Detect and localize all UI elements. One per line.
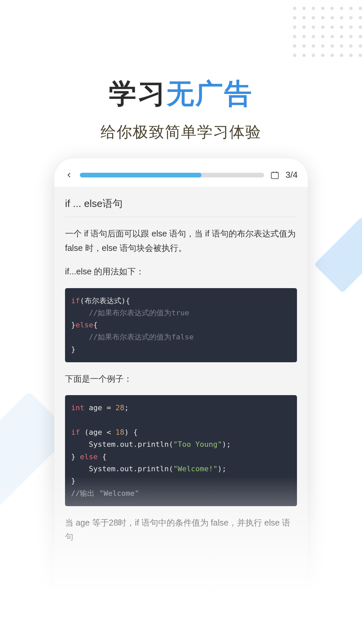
arrow-right-icon bbox=[279, 623, 290, 634]
phone-mockup: 3/4 if ... else语句 一个 if 语句后面可以跟 else 语句，… bbox=[54, 158, 308, 644]
progress-fill bbox=[80, 173, 201, 177]
lesson-progress[interactable] bbox=[80, 173, 264, 177]
calendar-icon[interactable] bbox=[270, 170, 280, 180]
next-button[interactable] bbox=[274, 618, 295, 639]
lesson-title: if ... else语句 bbox=[65, 197, 297, 217]
svg-point-4 bbox=[73, 627, 74, 628]
paragraph-4: 当 age 等于28时，if 语句中的条件值为 false，并执行 else 语… bbox=[65, 516, 297, 544]
hero-title-left: 学习 bbox=[109, 78, 167, 109]
lesson-content: if ... else语句 一个 if 语句后面可以跟 else 语句，当 if… bbox=[54, 187, 308, 544]
svg-point-5 bbox=[75, 627, 77, 628]
paragraph-1: 一个 if 语句后面可以跟 else 语句，当 if 语句的布尔表达式值为 fa… bbox=[65, 226, 297, 255]
hero-section: 学习无广告 给你极致简单学习体验 bbox=[0, 75, 362, 143]
chat-button[interactable] bbox=[67, 621, 82, 636]
page-counter: 3/4 bbox=[286, 170, 298, 180]
hero-title-right: 无广告 bbox=[167, 78, 253, 109]
app-footer bbox=[54, 613, 308, 644]
chevron-left-icon bbox=[65, 171, 73, 179]
code-block-2: int age = 28; if (age < 18) { System.out… bbox=[65, 395, 297, 506]
paragraph-3: 下面是一个例子： bbox=[65, 372, 297, 386]
back-button[interactable] bbox=[64, 170, 74, 180]
decorative-dot-grid bbox=[293, 7, 362, 57]
hero-title: 学习无广告 bbox=[0, 75, 362, 112]
bg-shape-right bbox=[314, 217, 362, 293]
svg-rect-0 bbox=[271, 172, 278, 178]
paragraph-2: if...else 的用法如下： bbox=[65, 264, 297, 279]
svg-point-3 bbox=[71, 627, 72, 628]
hero-subtitle: 给你极致简单学习体验 bbox=[0, 122, 362, 143]
code-block-1: if(布尔表达式){ //如果布尔表达式的值为true }else{ //如果布… bbox=[65, 288, 297, 362]
app-header: 3/4 bbox=[54, 158, 308, 187]
